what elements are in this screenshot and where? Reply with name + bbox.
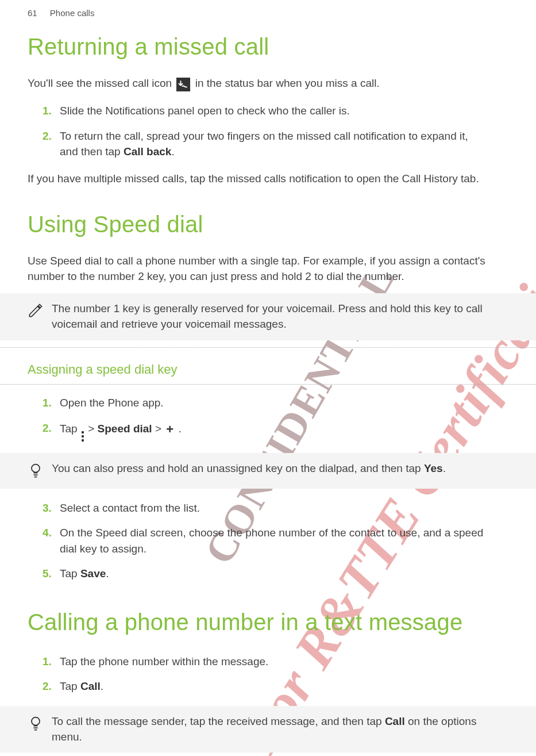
- tip-call-sender: To call the message sender, tap the rece…: [0, 706, 536, 753]
- step-number: 4.: [43, 525, 60, 557]
- text: Tap: [60, 680, 80, 692]
- list-item: 2.Tap Call.: [0, 674, 508, 699]
- list-item: 1.Slide the Notifications panel open to …: [0, 98, 508, 124]
- tip-unassigned-key: You can also press and hold an unassigne…: [0, 453, 536, 489]
- text-call-steps: 1.Tap the phone number within the messag…: [0, 647, 536, 701]
- speed-dial-intro: Use Speed dial to call a phone number wi…: [0, 249, 536, 289]
- text-bold: Speed dial: [98, 423, 152, 435]
- step-text: Open the Phone app.: [60, 395, 508, 411]
- step-number: 2.: [43, 420, 60, 442]
- text-bold: Call: [385, 715, 405, 727]
- missed-call-intro: You'll see the missed call icon in the s…: [0, 71, 536, 96]
- text: Tap: [60, 423, 80, 435]
- page-number: 61: [28, 8, 37, 18]
- step-text: Tap Call.: [60, 678, 508, 694]
- note-voicemail: The number 1 key is generally reserved f…: [0, 293, 536, 340]
- step-text: On the Speed dial screen, choose the pho…: [60, 525, 508, 557]
- step-number: 5.: [43, 566, 60, 582]
- list-item: 1.Tap the phone number within the messag…: [0, 649, 508, 674]
- step-text: Tap Save.: [60, 566, 508, 582]
- svg-point-0: [32, 464, 40, 472]
- note-text: The number 1 key is generally reserved f…: [52, 301, 508, 332]
- speed-dial-steps-b: 3.Select a contact from the list. 4.On t…: [0, 493, 536, 589]
- subhead-assigning-speed-dial: Assigning a speed dial key: [0, 347, 536, 385]
- list-item: 3.Select a contact from the list.: [0, 496, 508, 521]
- list-item: 1.Open the Phone app.: [0, 390, 508, 416]
- step-number: 1.: [43, 395, 60, 411]
- step-text: Slide the Notifications panel open to ch…: [60, 103, 508, 119]
- tip-text: You can also press and hold an unassigne…: [52, 461, 457, 477]
- text-bold: Save: [80, 567, 106, 580]
- heading-call-from-text: Calling a phone number in a text message: [0, 589, 536, 647]
- overflow-menu-icon: [82, 431, 84, 442]
- text: You'll see the missed call icon: [28, 77, 175, 89]
- text: Tap: [60, 567, 80, 580]
- step-text: To return the call, spread your two fing…: [60, 128, 508, 160]
- text-bold: Yes: [424, 462, 443, 474]
- missed-call-outro: If you have multiple missed calls, tap t…: [0, 167, 536, 191]
- step-number: 3.: [43, 500, 60, 516]
- list-item: 5.Tap Save.: [0, 561, 508, 586]
- text: >: [155, 423, 164, 435]
- step-number: 2.: [43, 128, 60, 160]
- section-name: Phone calls: [50, 8, 95, 18]
- step-text: Select a contact from the list.: [60, 500, 508, 516]
- list-item: 2. Tap > Speed dial > + .: [0, 416, 508, 446]
- lightbulb-icon: [28, 715, 44, 734]
- list-item: 4.On the Speed dial screen, choose the p…: [0, 520, 508, 561]
- page-header: 61 Phone calls: [0, 0, 536, 22]
- missed-call-steps: 1.Slide the Notifications panel open to …: [0, 96, 536, 167]
- pencil-icon: [28, 302, 44, 321]
- step-number: 1.: [43, 103, 60, 119]
- text: You can also press and hold an unassigne…: [52, 462, 424, 474]
- plus-icon: +: [166, 420, 173, 439]
- step-number: 1.: [43, 654, 60, 670]
- svg-point-1: [32, 717, 40, 726]
- text: To call the message sender, tap the rece…: [52, 715, 385, 727]
- heading-speed-dial: Using Speed dial: [0, 191, 536, 249]
- list-item: 2.To return the call, spread your two fi…: [0, 124, 508, 164]
- step-text: Tap the phone number within the message.: [60, 654, 508, 670]
- speed-dial-steps-a: 1.Open the Phone app. 2. Tap > Speed dia…: [0, 388, 536, 448]
- text: >: [88, 423, 97, 435]
- text: To return the call, spread your two fing…: [60, 130, 468, 158]
- tip-text: To call the message sender, tap the rece…: [52, 714, 508, 745]
- text-bold: Call: [80, 680, 101, 692]
- text: in the status bar when you miss a call.: [195, 77, 380, 89]
- text-bold: Call back: [124, 145, 171, 158]
- step-number: 2.: [43, 678, 60, 694]
- missed-call-icon: [176, 78, 190, 91]
- page-content: 61 Phone calls Returning a missed call Y…: [0, 0, 536, 753]
- heading-returning-missed-call: Returning a missed call: [0, 22, 536, 71]
- step-text: Tap > Speed dial > + .: [60, 420, 508, 442]
- lightbulb-icon: [28, 462, 44, 481]
